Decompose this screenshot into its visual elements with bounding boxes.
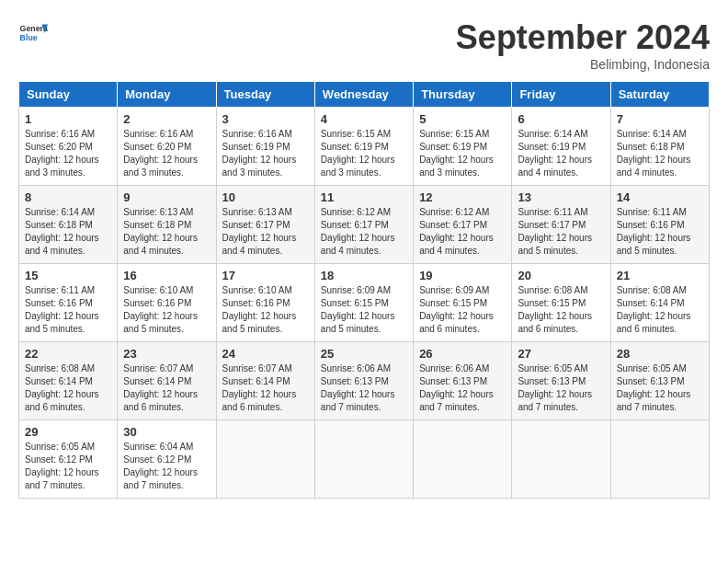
logo: General Blue xyxy=(18,18,48,48)
day-number-14: 14 xyxy=(617,190,703,204)
day-cell-4: 4 Sunrise: 6:15 AMSunset: 6:19 PMDayligh… xyxy=(314,108,413,186)
cell-info-29: Sunrise: 6:05 AMSunset: 6:12 PMDaylight:… xyxy=(25,441,111,492)
cell-info-9: Sunrise: 6:13 AMSunset: 6:18 PMDaylight:… xyxy=(123,206,210,258)
cell-info-6: Sunrise: 6:14 AMSunset: 6:19 PMDaylight:… xyxy=(518,128,604,179)
day-cell-17: 17 Sunrise: 6:10 AMSunset: 6:16 PMDaylig… xyxy=(216,264,314,342)
day-number-21: 21 xyxy=(617,269,703,282)
day-cell-24: 24 Sunrise: 6:07 AMSunset: 6:14 PMDaylig… xyxy=(216,342,314,420)
day-number-19: 19 xyxy=(419,269,506,282)
header-row: Sunday Monday Tuesday Wednesday Thursday… xyxy=(19,82,710,108)
day-number-8: 8 xyxy=(25,190,111,204)
day-number-1: 1 xyxy=(25,112,111,126)
empty-cell xyxy=(512,420,610,499)
day-number-12: 12 xyxy=(419,190,506,204)
day-cell-5: 5 Sunrise: 6:15 AMSunset: 6:19 PMDayligh… xyxy=(414,108,512,186)
cell-info-21: Sunrise: 6:08 AMSunset: 6:14 PMDaylight:… xyxy=(617,284,703,336)
day-cell-6: 6 Sunrise: 6:14 AMSunset: 6:19 PMDayligh… xyxy=(512,108,610,186)
col-tuesday: Tuesday xyxy=(216,82,314,108)
day-number-7: 7 xyxy=(617,112,703,126)
cell-info-11: Sunrise: 6:12 AMSunset: 6:17 PMDaylight:… xyxy=(321,206,407,258)
cell-info-18: Sunrise: 6:09 AMSunset: 6:15 PMDaylight:… xyxy=(321,284,407,336)
cell-info-2: Sunrise: 6:16 AMSunset: 6:20 PMDaylight:… xyxy=(123,128,210,179)
cell-info-25: Sunrise: 6:06 AMSunset: 6:13 PMDaylight:… xyxy=(321,362,407,414)
day-number-17: 17 xyxy=(222,269,309,282)
col-wednesday: Wednesday xyxy=(314,82,413,108)
cell-info-17: Sunrise: 6:10 AMSunset: 6:16 PMDaylight:… xyxy=(222,284,309,336)
day-cell-12: 12 Sunrise: 6:12 AMSunset: 6:17 PMDaylig… xyxy=(414,186,512,264)
day-number-18: 18 xyxy=(321,269,407,282)
day-number-11: 11 xyxy=(321,190,407,204)
col-saturday: Saturday xyxy=(610,82,709,108)
day-number-4: 4 xyxy=(321,112,407,126)
cell-info-16: Sunrise: 6:10 AMSunset: 6:16 PMDaylight:… xyxy=(123,284,210,336)
day-number-3: 3 xyxy=(222,112,309,126)
day-number-23: 23 xyxy=(123,347,210,361)
day-cell-13: 13 Sunrise: 6:11 AMSunset: 6:17 PMDaylig… xyxy=(512,186,610,264)
col-friday: Friday xyxy=(512,82,610,108)
month-title: September 2024 xyxy=(456,18,710,57)
day-cell-11: 11 Sunrise: 6:12 AMSunset: 6:17 PMDaylig… xyxy=(314,186,413,264)
page-header: General Blue September 2024 Belimbing, I… xyxy=(18,18,710,72)
cell-info-20: Sunrise: 6:08 AMSunset: 6:15 PMDaylight:… xyxy=(518,284,604,336)
day-cell-21: 21 Sunrise: 6:08 AMSunset: 6:14 PMDaylig… xyxy=(610,264,709,342)
empty-cell xyxy=(216,420,314,499)
empty-cell xyxy=(610,420,709,499)
day-number-20: 20 xyxy=(518,269,604,282)
day-number-25: 25 xyxy=(321,347,407,361)
day-number-29: 29 xyxy=(25,425,111,439)
week-row-2: 8 Sunrise: 6:14 AMSunset: 6:18 PMDayligh… xyxy=(19,186,710,264)
day-number-13: 13 xyxy=(518,190,604,204)
day-cell-1: 1 Sunrise: 6:16 AMSunset: 6:20 PMDayligh… xyxy=(19,108,118,186)
day-cell-18: 18 Sunrise: 6:09 AMSunset: 6:15 PMDaylig… xyxy=(314,264,413,342)
col-monday: Monday xyxy=(118,82,216,108)
day-cell-3: 3 Sunrise: 6:16 AMSunset: 6:19 PMDayligh… xyxy=(216,108,314,186)
day-cell-20: 20 Sunrise: 6:08 AMSunset: 6:15 PMDaylig… xyxy=(512,264,610,342)
cell-info-19: Sunrise: 6:09 AMSunset: 6:15 PMDaylight:… xyxy=(419,284,506,336)
cell-info-24: Sunrise: 6:07 AMSunset: 6:14 PMDaylight:… xyxy=(222,362,309,414)
week-row-1: 1 Sunrise: 6:16 AMSunset: 6:20 PMDayligh… xyxy=(19,108,710,186)
day-cell-23: 23 Sunrise: 6:07 AMSunset: 6:14 PMDaylig… xyxy=(118,342,216,420)
day-number-24: 24 xyxy=(222,347,309,361)
cell-info-5: Sunrise: 6:15 AMSunset: 6:19 PMDaylight:… xyxy=(419,128,506,179)
cell-info-14: Sunrise: 6:11 AMSunset: 6:16 PMDaylight:… xyxy=(617,206,703,258)
week-row-5: 29 Sunrise: 6:05 AMSunset: 6:12 PMDaylig… xyxy=(19,420,710,499)
title-block: September 2024 Belimbing, Indonesia xyxy=(456,18,710,72)
day-cell-26: 26 Sunrise: 6:06 AMSunset: 6:13 PMDaylig… xyxy=(414,342,512,420)
cell-info-8: Sunrise: 6:14 AMSunset: 6:18 PMDaylight:… xyxy=(25,206,111,258)
day-cell-19: 19 Sunrise: 6:09 AMSunset: 6:15 PMDaylig… xyxy=(414,264,512,342)
day-number-30: 30 xyxy=(123,425,210,439)
day-cell-29: 29 Sunrise: 6:05 AMSunset: 6:12 PMDaylig… xyxy=(19,420,118,499)
col-thursday: Thursday xyxy=(414,82,512,108)
week-row-4: 22 Sunrise: 6:08 AMSunset: 6:14 PMDaylig… xyxy=(19,342,710,420)
day-cell-25: 25 Sunrise: 6:06 AMSunset: 6:13 PMDaylig… xyxy=(314,342,413,420)
cell-info-15: Sunrise: 6:11 AMSunset: 6:16 PMDaylight:… xyxy=(25,284,111,336)
cell-info-22: Sunrise: 6:08 AMSunset: 6:14 PMDaylight:… xyxy=(25,362,111,414)
cell-info-7: Sunrise: 6:14 AMSunset: 6:18 PMDaylight:… xyxy=(617,128,703,179)
empty-cell xyxy=(314,420,413,499)
day-cell-28: 28 Sunrise: 6:05 AMSunset: 6:13 PMDaylig… xyxy=(610,342,709,420)
cell-info-1: Sunrise: 6:16 AMSunset: 6:20 PMDaylight:… xyxy=(25,128,111,179)
day-cell-10: 10 Sunrise: 6:13 AMSunset: 6:17 PMDaylig… xyxy=(216,186,314,264)
day-number-28: 28 xyxy=(617,347,703,361)
week-row-3: 15 Sunrise: 6:11 AMSunset: 6:16 PMDaylig… xyxy=(19,264,710,342)
cell-info-23: Sunrise: 6:07 AMSunset: 6:14 PMDaylight:… xyxy=(123,362,210,414)
location: Belimbing, Indonesia xyxy=(456,57,710,72)
col-sunday: Sunday xyxy=(19,82,118,108)
cell-info-13: Sunrise: 6:11 AMSunset: 6:17 PMDaylight:… xyxy=(518,206,604,258)
empty-cell xyxy=(414,420,512,499)
cell-info-10: Sunrise: 6:13 AMSunset: 6:17 PMDaylight:… xyxy=(222,206,309,258)
cell-info-12: Sunrise: 6:12 AMSunset: 6:17 PMDaylight:… xyxy=(419,206,506,258)
day-cell-7: 7 Sunrise: 6:14 AMSunset: 6:18 PMDayligh… xyxy=(610,108,709,186)
day-number-26: 26 xyxy=(419,347,506,361)
cell-info-26: Sunrise: 6:06 AMSunset: 6:13 PMDaylight:… xyxy=(419,362,506,414)
cell-info-30: Sunrise: 6:04 AMSunset: 6:12 PMDaylight:… xyxy=(123,441,210,492)
day-number-27: 27 xyxy=(518,347,604,361)
day-number-15: 15 xyxy=(25,269,111,282)
day-cell-22: 22 Sunrise: 6:08 AMSunset: 6:14 PMDaylig… xyxy=(19,342,118,420)
day-number-9: 9 xyxy=(123,190,210,204)
day-number-5: 5 xyxy=(419,112,506,126)
day-cell-2: 2 Sunrise: 6:16 AMSunset: 6:20 PMDayligh… xyxy=(118,108,216,186)
calendar-table: Sunday Monday Tuesday Wednesday Thursday… xyxy=(18,81,710,499)
logo-icon: General Blue xyxy=(18,18,48,48)
day-cell-27: 27 Sunrise: 6:05 AMSunset: 6:13 PMDaylig… xyxy=(512,342,610,420)
